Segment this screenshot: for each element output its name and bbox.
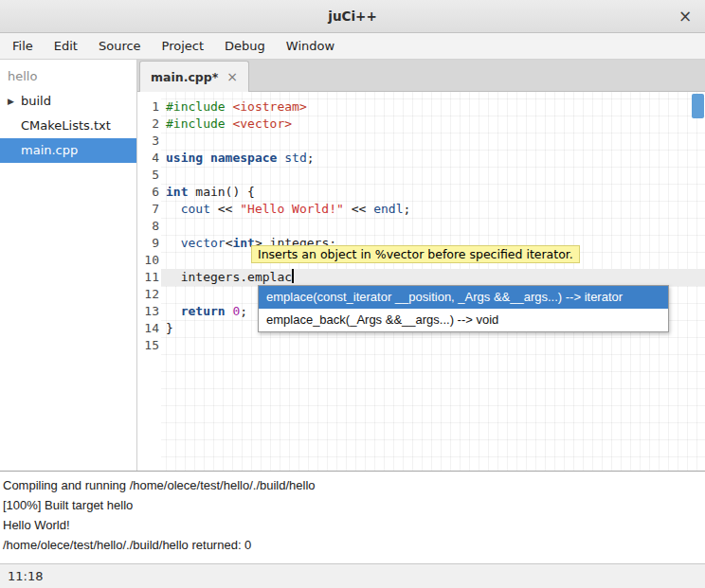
menu-item-window[interactable]: Window — [276, 33, 345, 59]
line-number: 15 — [137, 337, 159, 354]
code-token: ; — [307, 151, 315, 165]
line-number: 13 — [137, 303, 159, 320]
main-area: hello ▶buildCMakeLists.txtmain.cpp main.… — [0, 60, 705, 471]
code-token: #include — [166, 116, 232, 131]
code-token: } — [166, 321, 173, 335]
completion-item[interactable]: emplace(const_iterator __position, _Args… — [259, 286, 668, 309]
menubar: FileEditSourceProjectDebugWindow — [0, 33, 705, 60]
code-token: ; — [403, 202, 410, 216]
code-token: cout — [181, 202, 210, 216]
line-number: 4 — [137, 150, 159, 167]
code-line[interactable]: cout << "Hello World!" << endl; — [161, 201, 705, 218]
code-token: main() { — [188, 185, 254, 199]
doc-tooltip: Inserts an object in %vector before spec… — [251, 245, 580, 263]
code-token: <vector> — [232, 116, 292, 131]
line-number: 11 — [137, 269, 159, 286]
code-token: #include — [166, 99, 232, 114]
code-line[interactable] — [161, 133, 705, 150]
tab-close-icon[interactable]: × — [226, 69, 238, 84]
editor-column: main.cpp*× 123456789101112131415 #includ… — [137, 60, 705, 471]
tree-item-label: main.cpp — [21, 138, 78, 163]
project-root-label: hello — [0, 64, 136, 89]
code-token: << — [210, 202, 240, 216]
code-token: ; — [240, 304, 247, 318]
tree-item-label: CMakeLists.txt — [21, 114, 111, 138]
tab-label: main.cpp* — [151, 70, 218, 84]
code-line[interactable]: #include <vector> — [161, 116, 705, 133]
line-number: 7 — [137, 201, 159, 218]
close-icon[interactable]: × — [675, 7, 696, 27]
code-line[interactable]: int main() { — [161, 184, 705, 201]
statusbar: 11:18 — [0, 563, 705, 588]
menu-item-debug[interactable]: Debug — [214, 33, 276, 59]
line-number: 3 — [137, 133, 159, 150]
code-token: namespace — [210, 151, 277, 165]
line-number: 8 — [137, 218, 159, 235]
terminal-line: /home/olece/test/hello/./build/hello ret… — [3, 535, 705, 555]
code-token: << — [344, 202, 373, 216]
code-line[interactable] — [161, 218, 705, 235]
code-line[interactable]: #include <iostream> — [161, 98, 705, 116]
completion-popup: emplace(const_iterator __position, _Args… — [258, 285, 669, 332]
code-token — [166, 304, 181, 318]
tree-item-build[interactable]: ▶build — [0, 89, 136, 114]
tree-item-cmakelists-txt[interactable]: CMakeLists.txt — [0, 114, 136, 138]
tab-main-cpp[interactable]: main.cpp*× — [139, 61, 249, 92]
code-token: int — [166, 185, 188, 199]
line-number: 9 — [137, 235, 159, 252]
code-token: endl — [373, 202, 403, 216]
line-number: 2 — [137, 116, 159, 133]
code-token: integers.emplac — [166, 270, 292, 284]
code-token: return — [181, 304, 226, 318]
code-token — [203, 151, 210, 165]
line-number: 10 — [137, 252, 159, 269]
line-number: 1 — [137, 98, 159, 116]
terminal-output[interactable]: Compiling and running /home/olece/test/h… — [0, 471, 705, 563]
terminal-line: Hello World! — [3, 515, 705, 535]
terminal-line: [100%] Built target hello — [3, 495, 705, 515]
editor[interactable]: 123456789101112131415 #include <iostream… — [137, 92, 705, 471]
code-token — [166, 236, 181, 250]
code-line[interactable]: integers.emplac — [161, 269, 705, 286]
code-line[interactable]: using namespace std; — [161, 150, 705, 167]
menu-item-file[interactable]: File — [2, 33, 44, 59]
code-token: using — [166, 151, 203, 165]
tree-indent — [0, 114, 21, 138]
tree-indent — [0, 138, 21, 163]
file-tree: ▶buildCMakeLists.txtmain.cpp — [0, 89, 136, 163]
titlebar: juCi++ × — [0, 0, 705, 33]
tabbar: main.cpp*× — [137, 60, 705, 92]
code-line[interactable] — [161, 337, 705, 354]
code-line[interactable] — [161, 167, 705, 184]
line-number: 6 — [137, 184, 159, 201]
menu-item-project[interactable]: Project — [152, 33, 214, 59]
window-title: juCi++ — [0, 0, 705, 32]
line-number: 12 — [137, 286, 159, 303]
line-number: 5 — [137, 167, 159, 184]
completion-item[interactable]: emplace_back(_Args &&__args...) --> void — [259, 309, 668, 331]
code-token: vector — [181, 236, 226, 250]
menu-item-edit[interactable]: Edit — [44, 33, 88, 59]
code-token: "Hello World!" — [240, 202, 344, 216]
tree-item-label: build — [21, 89, 51, 114]
cursor-position: 11:18 — [8, 569, 43, 583]
expander-icon[interactable]: ▶ — [0, 89, 21, 114]
text-cursor — [292, 269, 294, 283]
terminal-line: Compiling and running /home/olece/test/h… — [3, 475, 705, 495]
tree-item-main-cpp[interactable]: main.cpp — [0, 138, 136, 163]
scrollbar-thumb[interactable] — [692, 94, 704, 118]
code-token: <iostream> — [232, 99, 306, 114]
line-number: 14 — [137, 320, 159, 337]
gutter: 123456789101112131415 — [137, 98, 159, 354]
sidebar: hello ▶buildCMakeLists.txtmain.cpp — [0, 60, 137, 471]
code-token: std — [284, 151, 306, 165]
menu-item-source[interactable]: Source — [88, 33, 152, 59]
code-token — [166, 202, 181, 216]
